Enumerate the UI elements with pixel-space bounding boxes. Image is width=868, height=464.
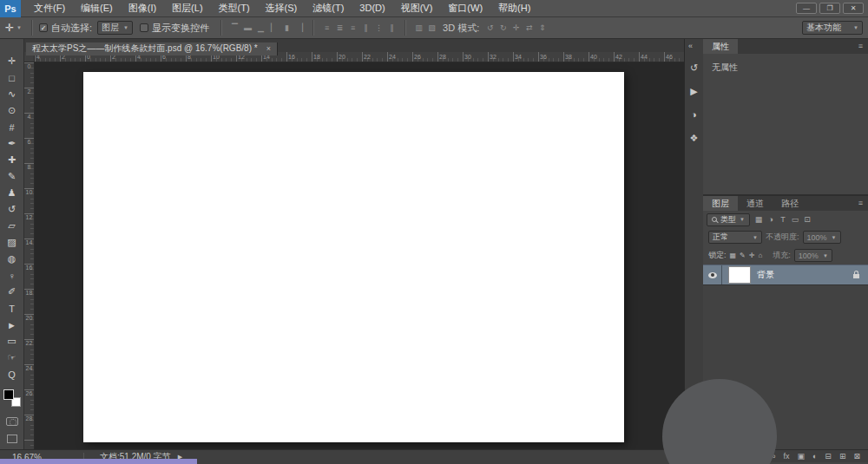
dock-icon-glyph: ↺	[690, 62, 698, 74]
rectangular-marquee-tool[interactable]: □	[0, 69, 24, 86]
menu-item[interactable]: 滤镜(T)	[305, 0, 352, 16]
blur-tool[interactable]: ◍	[0, 251, 24, 267]
new-group-icon[interactable]: ⊟	[825, 450, 832, 463]
rotate-3d-icon[interactable]: ↺	[483, 21, 496, 35]
pixel-filter-icon[interactable]: ▦	[753, 213, 765, 226]
tab-layers[interactable]: 图层	[703, 196, 738, 211]
auto-select-target-dropdown[interactable]: 图层 ▼	[97, 21, 133, 35]
zoom-tool[interactable]: Q	[0, 366, 24, 382]
slide-3d-icon[interactable]: ⇄	[523, 21, 536, 35]
align-left-edges-icon[interactable]: ▏	[267, 21, 280, 35]
layer-visibility-toggle[interactable]	[703, 265, 722, 284]
distribute-top-edges-icon[interactable]: ≡	[320, 21, 333, 35]
menu-item[interactable]: 选择(S)	[258, 0, 306, 16]
dodge-tool[interactable]: ♀	[0, 267, 24, 284]
menu-item[interactable]: 类型(T)	[211, 0, 258, 16]
smart-object-filter-icon[interactable]: ⊡	[801, 213, 813, 226]
eraser-tool[interactable]: ▱	[0, 218, 24, 234]
layer-style-icon[interactable]: fx	[783, 450, 789, 463]
distribute-vertical-centers-icon[interactable]: ≣	[333, 21, 346, 35]
add-layer-mask-icon[interactable]: ▣	[797, 450, 805, 463]
show-transform-checkbox[interactable]: 显示变换控件	[140, 22, 209, 35]
styles-panel-icon[interactable]: ❖	[686, 129, 703, 147]
layer-filter-dropdown[interactable]: 类型 ▼	[707, 213, 750, 226]
ruler-number: 36	[538, 52, 563, 62]
close-button[interactable]: ✕	[843, 3, 864, 14]
delete-layer-icon[interactable]: ⊠	[853, 450, 860, 463]
align-vertical-centers-icon[interactable]: ▬	[241, 21, 254, 35]
quick-mask-button[interactable]	[6, 417, 18, 426]
brush-tool[interactable]: ✎	[0, 168, 24, 185]
quick-selection-tool[interactable]: ⊙	[0, 102, 24, 119]
adjustment-filter-icon[interactable]: ◑	[765, 213, 777, 226]
menu-item[interactable]: 编辑(E)	[73, 0, 121, 16]
gradient-tool[interactable]: ▨	[0, 234, 24, 251]
lock-position-icon[interactable]: ✛	[749, 252, 755, 259]
document-canvas[interactable]	[83, 72, 624, 442]
history-panel-icon[interactable]: ↺	[686, 59, 703, 76]
panel-menu-icon[interactable]: ≡	[853, 196, 868, 211]
tab-channels[interactable]: 通道	[738, 196, 773, 211]
lock-transparency-icon[interactable]: ▦	[730, 252, 737, 259]
crop-tool[interactable]: #	[0, 119, 24, 135]
align-horizontal-centers-icon[interactable]: ▮	[280, 21, 293, 35]
layer-thumbnail[interactable]	[728, 266, 751, 284]
auto-select-checkbox[interactable]: ✓ 自动选择:	[39, 22, 92, 35]
distribute-bottom-edges-icon[interactable]: ≡	[346, 21, 359, 35]
auto-align-layers-icon[interactable]: ▥	[412, 21, 425, 35]
actions-panel-icon[interactable]: ▶	[686, 82, 703, 100]
close-icon[interactable]: ×	[266, 44, 271, 53]
drag-3d-icon[interactable]: ✛	[510, 21, 523, 35]
menu-item[interactable]: 帮助(H)	[490, 0, 538, 16]
document-tab[interactable]: 程太太学PS之——制作线条款封面.psd @ 16.7%(RGB/8) * ×	[26, 42, 278, 56]
healing-brush-tool[interactable]: ✚	[0, 152, 24, 168]
opacity-dropdown[interactable]: 100% ▼	[803, 231, 841, 244]
hand-tool[interactable]: ☞	[0, 350, 24, 366]
new-layer-icon[interactable]: ⊞	[839, 450, 846, 463]
current-tool-button[interactable]: ✛ ▼	[5, 22, 22, 34]
lock-all-icon[interactable]: ⌂	[758, 252, 762, 259]
workspace-switcher-dropdown[interactable]: 基本功能 ▼	[802, 21, 863, 35]
minimize-button[interactable]: —	[796, 3, 817, 14]
move-tool[interactable]: ✛	[0, 53, 24, 69]
restore-button[interactable]: ❐	[819, 3, 840, 14]
panel-menu-icon[interactable]: ≡	[853, 39, 868, 54]
auto-blend-layers-icon[interactable]: ▧	[425, 21, 438, 35]
lock-pixels-icon[interactable]: ✎	[740, 252, 746, 259]
type-tool[interactable]: T	[0, 300, 24, 317]
fill-dropdown[interactable]: 100% ▼	[794, 249, 832, 262]
distribute-left-edges-icon[interactable]: ∥	[359, 21, 372, 35]
menu-item[interactable]: 图层(L)	[164, 0, 210, 16]
shape-filter-icon[interactable]: ▭	[789, 213, 801, 226]
menu-item[interactable]: 窗口(W)	[440, 0, 490, 16]
eyedropper-tool[interactable]: ✒	[0, 135, 24, 152]
clone-stamp-tool[interactable]: ♟	[0, 185, 24, 201]
align-right-edges-icon[interactable]: ▕	[293, 21, 306, 35]
tab-paths[interactable]: 路径	[773, 196, 807, 211]
pen-tool[interactable]: ✐	[0, 284, 24, 300]
menu-item[interactable]: 文件(F)	[26, 0, 73, 16]
lasso-tool[interactable]: ∿	[0, 86, 24, 102]
color-swatches[interactable]	[3, 389, 21, 407]
blend-mode-dropdown[interactable]: 正常 ▼	[708, 231, 762, 244]
adjustment-layer-icon[interactable]: ◐	[812, 450, 817, 463]
align-top-edges-icon[interactable]: ▔	[228, 21, 241, 35]
distribute-right-edges-icon[interactable]: ∥	[385, 21, 398, 35]
roll-3d-icon[interactable]: ↻	[496, 21, 510, 35]
history-brush-tool[interactable]: ↺	[0, 201, 24, 218]
screen-mode-button[interactable]	[7, 435, 17, 443]
distribute-horizontal-centers-icon[interactable]: ⋮	[372, 21, 385, 35]
expand-panels-icon[interactable]: «	[685, 39, 693, 53]
menu-item[interactable]: 视图(V)	[393, 0, 441, 16]
rectangle-tool[interactable]: ▭	[0, 333, 24, 350]
adjustments-panel-icon[interactable]: ◑	[686, 106, 703, 123]
align-bottom-edges-icon[interactable]: ▁	[254, 21, 267, 35]
path-selection-tool[interactable]: ►	[0, 317, 24, 333]
layer-row[interactable]: 背景	[703, 265, 868, 285]
foreground-color-swatch[interactable]	[3, 389, 14, 400]
scale-3d-icon[interactable]: ⇕	[536, 21, 549, 35]
menu-item[interactable]: 图像(I)	[121, 0, 164, 16]
menu-item[interactable]: 3D(D)	[352, 0, 392, 16]
tab-properties[interactable]: 属性	[703, 39, 738, 54]
type-filter-icon[interactable]: T	[777, 213, 789, 226]
